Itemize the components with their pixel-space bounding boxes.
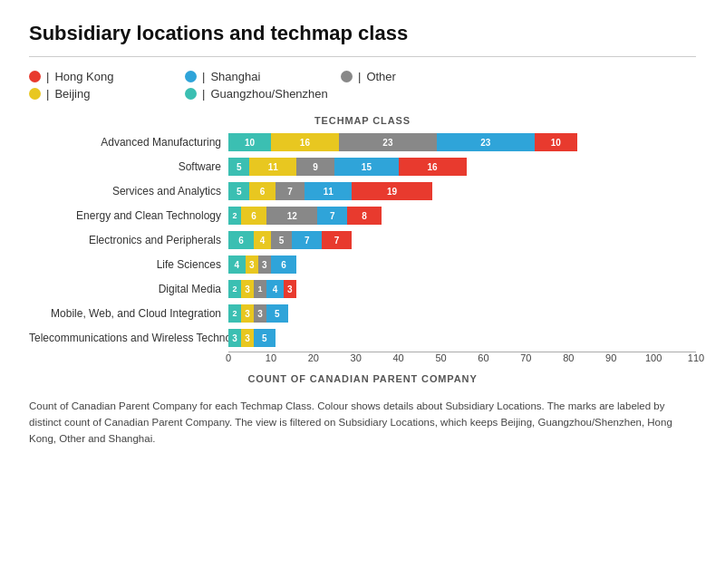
bar-segment-label: 11 xyxy=(268,162,278,172)
bar-segment-label: 5 xyxy=(237,187,242,197)
bar-container: 51191516 xyxy=(228,158,696,176)
chart-row: Telecommunications and Wireless Technolo… xyxy=(29,327,696,349)
chart-row: Services and Analytics5671119 xyxy=(29,180,696,202)
bar-segment-label: 3 xyxy=(245,309,250,319)
x-axis-tick-label: 90 xyxy=(605,352,616,363)
bar-segment: 11 xyxy=(304,182,352,200)
bar-segment-label: 5 xyxy=(237,162,242,172)
bar-chart: Advanced Manufacturing1016232310Software… xyxy=(29,131,696,352)
x-axis-tick-label: 110 xyxy=(688,352,704,363)
x-axis-tick-label: 40 xyxy=(393,352,404,363)
techmap-class-label: TECHMAP CLASS xyxy=(314,115,411,126)
bar-segment: 5 xyxy=(228,182,249,200)
legend-item-label: Shanghai xyxy=(210,70,260,83)
bar-segment-label: 10 xyxy=(245,138,255,148)
bar-segment: 16 xyxy=(399,158,467,176)
bar-segment: 23 xyxy=(339,133,437,151)
legend-color-dot xyxy=(29,88,41,100)
bar-segment-label: 7 xyxy=(304,236,310,246)
bar-segment: 4 xyxy=(254,231,271,249)
row-label: Digital Media xyxy=(29,283,228,295)
bar-segment: 5 xyxy=(254,329,275,347)
bar-segment-label: 6 xyxy=(260,187,266,197)
bar-segment: 16 xyxy=(271,133,339,151)
legend-row: | Beijing | Guangzhou/Shenzhen xyxy=(29,87,696,101)
bar-segment: 6 xyxy=(249,182,275,200)
x-axis-tick-label: 10 xyxy=(266,352,276,363)
x-axis-tick-label: 0 xyxy=(226,352,231,363)
chart-row: Advanced Manufacturing1016232310 xyxy=(29,131,696,153)
chart-area: TECHMAP CLASS Advanced Manufacturing1016… xyxy=(29,115,696,384)
bar-segment-label: 3 xyxy=(257,309,263,319)
legend-color-dot xyxy=(29,71,41,82)
bar-segment-label: 19 xyxy=(387,187,397,197)
legend-item-hong-kong: | Hong Kong xyxy=(29,70,156,83)
bar-segment: 3 xyxy=(241,329,254,347)
bar-segment-label: 3 xyxy=(245,333,250,343)
bar-segment-label: 3 xyxy=(245,284,250,294)
bar-segment-label: 6 xyxy=(281,260,286,270)
legend-item-label: Hong Kong xyxy=(54,70,113,83)
bar-segment: 10 xyxy=(228,133,271,151)
chart-row: Mobile, Web, and Cloud Integration2335 xyxy=(29,303,696,324)
bar-segment-label: 10 xyxy=(551,138,561,148)
bar-segment-label: 3 xyxy=(262,260,267,270)
row-label: Mobile, Web, and Cloud Integration xyxy=(29,307,228,320)
bar-segment-label: 7 xyxy=(334,236,340,246)
x-axis-tick-label: 50 xyxy=(435,352,446,363)
bar-segment-label: 6 xyxy=(238,236,244,246)
bar-segment-label: 16 xyxy=(300,138,310,148)
chart-row: Life Sciences4336 xyxy=(29,254,696,275)
row-label: Energy and Clean Technology xyxy=(29,209,228,222)
legend-color-dot xyxy=(185,71,197,82)
x-axis: 0102030405060708090100110 xyxy=(228,352,696,370)
bar-segment: 7 xyxy=(317,207,347,225)
legend-item-other: | Other xyxy=(341,70,468,83)
x-axis-tick-label: 20 xyxy=(308,352,319,363)
bar-segment: 1 xyxy=(254,280,266,298)
bar-segment: 3 xyxy=(241,304,254,323)
bar-segment-label: 23 xyxy=(480,138,490,148)
bar-segment: 3 xyxy=(258,255,271,274)
bar-container: 4336 xyxy=(228,255,696,274)
x-axis-title: COUNT OF CANADIAN PARENT COMPANY xyxy=(29,373,696,384)
legend-row: | Hong Kong | Shanghai | Other xyxy=(29,70,696,83)
bar-segment-label: 3 xyxy=(287,284,293,294)
bar-segment-label: 23 xyxy=(382,138,392,148)
bar-segment: 10 xyxy=(535,133,577,151)
bar-segment: 7 xyxy=(322,231,352,249)
legend-item-label: Guangzhou/Shenzhen xyxy=(210,87,327,101)
x-axis-tick-label: 30 xyxy=(351,352,362,363)
bar-segment: 6 xyxy=(241,207,266,225)
bar-segment: 6 xyxy=(228,231,254,249)
bar-container: 23143 xyxy=(228,280,696,298)
bar-segment: 5 xyxy=(266,304,287,323)
x-axis-tick-label: 70 xyxy=(520,352,531,363)
x-axis-tick-label: 80 xyxy=(563,352,574,363)
bar-segment-label: 3 xyxy=(232,333,237,343)
bar-segment: 5 xyxy=(228,158,249,176)
bar-segment: 11 xyxy=(249,158,296,176)
chart-row: Electronics and Peripherals64577 xyxy=(29,229,696,251)
bar-segment-label: 4 xyxy=(273,284,278,294)
legend-color-dot xyxy=(341,71,353,82)
chart-row: Software51191516 xyxy=(29,156,696,178)
bar-segment: 23 xyxy=(437,133,535,151)
bar-segment-label: 15 xyxy=(362,162,372,172)
bar-container: 261278 xyxy=(228,207,696,225)
bar-segment: 5 xyxy=(271,231,292,249)
chart-row: Energy and Clean Technology261278 xyxy=(29,205,696,227)
legend-item-separator: | xyxy=(358,70,361,83)
bar-segment: 4 xyxy=(266,280,284,298)
legend-item-separator: | xyxy=(202,70,205,83)
bar-segment-label: 7 xyxy=(287,187,293,197)
bar-segment-label: 8 xyxy=(362,211,367,221)
bar-container: 5671119 xyxy=(228,182,696,200)
x-axis-tick-label: 100 xyxy=(645,352,662,363)
bar-container: 335 xyxy=(228,329,696,347)
bar-segment-label: 2 xyxy=(232,309,237,318)
bar-container: 64577 xyxy=(228,231,696,249)
bar-segment-label: 12 xyxy=(287,211,297,221)
row-label: Telecommunications and Wireless Technolo… xyxy=(29,332,228,344)
bar-segment: 9 xyxy=(296,158,334,176)
